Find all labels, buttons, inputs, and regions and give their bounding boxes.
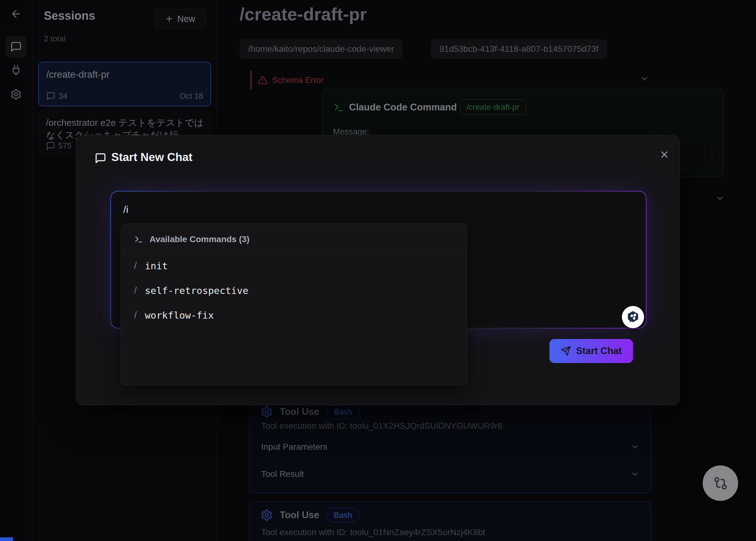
- command-name: self-retrospective: [145, 285, 248, 296]
- hexagon-share-logo-icon: [625, 310, 640, 324]
- command-name: init: [145, 260, 168, 271]
- modal-close-button[interactable]: [657, 147, 672, 162]
- send-icon: [561, 346, 571, 356]
- command-option-init[interactable]: / init: [121, 255, 467, 277]
- start-new-chat-modal: Start New Chat /i Available Commands (3)…: [76, 135, 680, 405]
- modal-chat-icon: [95, 152, 106, 164]
- dropdown-divider: [121, 251, 467, 251]
- close-icon: [659, 149, 670, 160]
- bottom-left-indicator: [0, 537, 13, 541]
- available-commands-header: Available Commands (3): [134, 235, 249, 244]
- command-option-workflow-fix[interactable]: / workflow-fix: [121, 304, 467, 326]
- terminal-icon: [134, 235, 143, 244]
- app-screen: Sessions New 2 total /create-draft-pr 34…: [0, 0, 756, 541]
- modal-title: Start New Chat: [111, 151, 192, 164]
- command-slash: /: [134, 285, 137, 296]
- start-chat-label: Start Chat: [576, 345, 621, 356]
- command-slash: /: [134, 310, 137, 321]
- available-commands-label: Available Commands (3): [150, 235, 249, 244]
- start-chat-button[interactable]: Start Chat: [550, 339, 633, 363]
- assistant-logo-button[interactable]: [622, 306, 644, 328]
- chat-input-value: /i: [123, 204, 128, 215]
- git-compare-icon: [713, 476, 728, 491]
- available-commands-dropdown: Available Commands (3) / init / self-ret…: [121, 224, 467, 385]
- command-slash: /: [134, 260, 137, 271]
- git-compare-fab[interactable]: [703, 465, 738, 501]
- command-name: workflow-fix: [145, 310, 214, 321]
- command-option-self-retrospective[interactable]: / self-retrospective: [121, 279, 467, 302]
